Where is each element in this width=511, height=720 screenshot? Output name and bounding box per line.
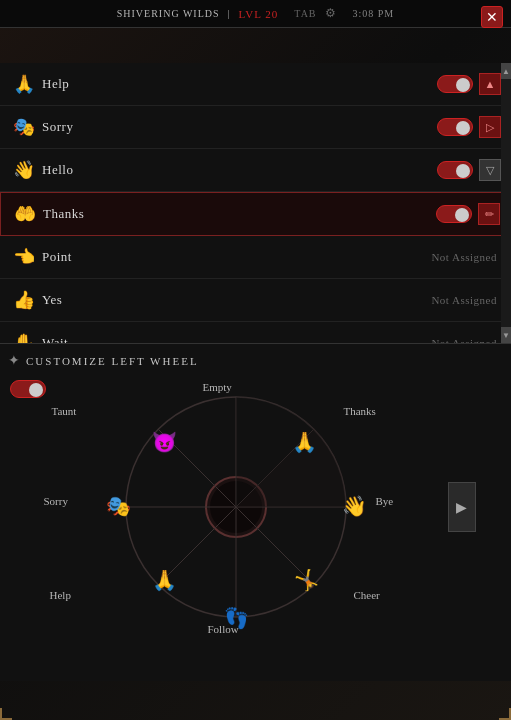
yes-emote-icon: 👍: [10, 286, 38, 314]
help-emote-name: Help: [42, 76, 437, 92]
level-badge: |: [228, 8, 231, 19]
sorry-emote-name: Sorry: [42, 119, 437, 135]
sorry-assign-btn[interactable]: ▷: [479, 116, 501, 138]
emotes-list: 🙏 Help ▲ 🎭 Sorry ▷ 👋 Hello: [0, 63, 511, 343]
thanks-emote-icon: 🤲: [11, 200, 39, 228]
emote-row[interactable]: ✋ Wait Not Assigned: [0, 322, 511, 343]
emote-row[interactable]: 👈 Point Not Assigned: [0, 236, 511, 279]
thanks-toggle-knob: [455, 208, 469, 222]
wheel-label-follow: Follow: [208, 623, 239, 635]
sorry-controls: ▷: [437, 116, 501, 138]
customize-section: ✦ CUSTOMIZE LEFT WHEEL: [0, 343, 511, 681]
game-title: SHIVERING WILDS: [117, 8, 220, 19]
wheel-label-thanks: Thanks: [344, 405, 376, 417]
svg-text:🎭: 🎭: [105, 494, 130, 518]
wait-emote-icon: ✋: [10, 329, 38, 343]
svg-text:😈: 😈: [151, 430, 176, 454]
wheel-label-empty: Empty: [203, 381, 232, 393]
svg-text:🙏: 🙏: [291, 430, 316, 454]
help-controls: ▲: [437, 73, 501, 95]
sorry-emote-icon: 🎭: [10, 113, 38, 141]
wheel-container: 🙏 👋 🤸 👣 🙏 🎭 😈 Empty Thanks Bye Cheer Fol…: [36, 377, 476, 637]
player-level: LVL 20: [239, 8, 279, 20]
point-emote-name: Point: [42, 249, 431, 265]
customize-title: CUSTOMIZE LEFT WHEEL: [26, 355, 199, 367]
scrollbar: ▲ ▼: [501, 63, 511, 343]
hello-toggle[interactable]: [437, 161, 473, 179]
time-display: 3:08 PM: [353, 8, 395, 19]
yes-not-assigned: Not Assigned: [431, 294, 497, 306]
wheel-next-btn[interactable]: ▶: [448, 482, 476, 532]
emote-row[interactable]: 🤲 Thanks ✏: [0, 192, 511, 236]
point-emote-icon: 👈: [10, 243, 38, 271]
corner-bl: [0, 708, 12, 720]
point-not-assigned: Not Assigned: [431, 251, 497, 263]
thanks-controls: ✏: [436, 203, 500, 225]
emote-row[interactable]: 🎭 Sorry ▷: [0, 106, 511, 149]
hello-emote-name: Hello: [42, 162, 437, 178]
sorry-toggle-knob: [456, 121, 470, 135]
wheel-label-bye: Bye: [376, 495, 394, 507]
tab-key-label: TAB: [294, 8, 316, 19]
wheel-label-help: Help: [50, 589, 71, 601]
help-toggle-knob: [456, 78, 470, 92]
hello-toggle-knob: [456, 164, 470, 178]
help-emote-icon: 🙏: [10, 70, 38, 98]
wheel-label-sorry: Sorry: [44, 495, 68, 507]
thanks-toggle[interactable]: [436, 205, 472, 223]
point-controls: Not Assigned: [431, 251, 501, 263]
wheel-label-taunt: Taunt: [52, 405, 77, 417]
help-assign-btn[interactable]: ▲: [479, 73, 501, 95]
thanks-emote-name: Thanks: [43, 206, 436, 222]
yes-emote-name: Yes: [42, 292, 431, 308]
scroll-up-btn[interactable]: ▲: [501, 63, 511, 79]
customize-icon: ✦: [8, 352, 20, 369]
emote-row[interactable]: 👋 Hello ▽: [0, 149, 511, 192]
corner-br: [499, 708, 511, 720]
emote-row[interactable]: 🙏 Help ▲: [0, 63, 511, 106]
thanks-assign-btn[interactable]: ✏: [478, 203, 500, 225]
scroll-down-btn[interactable]: ▼: [501, 327, 511, 343]
main-container: SHIVERING WILDS | LVL 20 TAB ⚙ 3:08 PM ✕…: [0, 0, 511, 720]
hello-assign-btn[interactable]: ▽: [479, 159, 501, 181]
wheel-label-cheer: Cheer: [354, 589, 380, 601]
customize-header: ✦ CUSTOMIZE LEFT WHEEL: [8, 352, 503, 369]
hello-controls: ▽: [437, 159, 501, 181]
svg-text:👋: 👋: [341, 494, 366, 518]
top-bar: SHIVERING WILDS | LVL 20 TAB ⚙ 3:08 PM ✕: [0, 0, 511, 28]
hello-emote-icon: 👋: [10, 156, 38, 184]
wait-emote-name: Wait: [42, 335, 431, 343]
help-toggle[interactable]: [437, 75, 473, 93]
sorry-toggle[interactable]: [437, 118, 473, 136]
emote-row[interactable]: 👍 Yes Not Assigned: [0, 279, 511, 322]
inventory-icon: ⚙: [325, 6, 337, 21]
close-button[interactable]: ✕: [481, 6, 503, 28]
yes-controls: Not Assigned: [431, 294, 501, 306]
svg-text:🤸: 🤸: [293, 568, 318, 592]
svg-text:🙏: 🙏: [151, 568, 176, 592]
